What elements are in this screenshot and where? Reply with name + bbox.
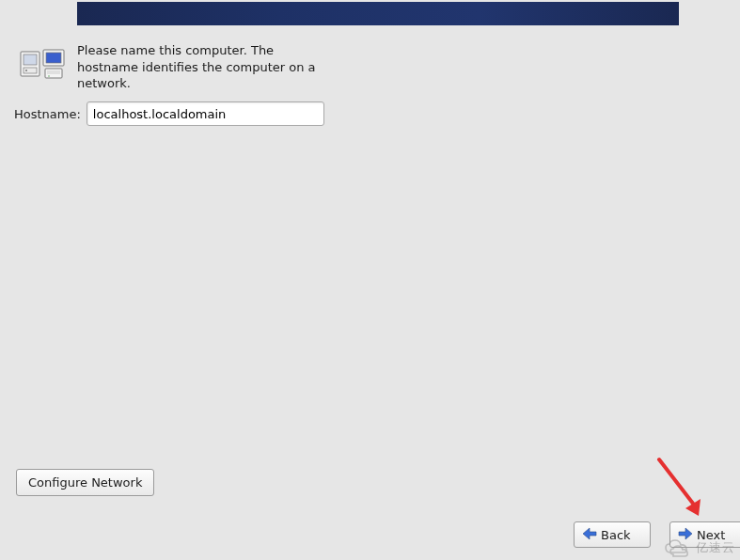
arrow-right-icon — [678, 527, 693, 543]
svg-marker-10 — [685, 499, 701, 516]
hostname-row: Hostname: — [14, 101, 324, 126]
arrow-left-icon — [582, 527, 597, 543]
hostname-label: Hostname: — [14, 107, 81, 121]
svg-rect-7 — [47, 70, 60, 74]
back-button[interactable]: Back — [574, 521, 651, 548]
header-banner — [77, 2, 679, 25]
next-button-label: Next — [697, 528, 725, 542]
svg-line-9 — [659, 459, 697, 508]
configure-network-button[interactable]: Configure Network — [16, 469, 154, 496]
next-button[interactable]: Next — [669, 521, 740, 548]
svg-rect-1 — [24, 54, 37, 65]
computers-icon — [19, 48, 68, 86]
svg-point-8 — [48, 76, 50, 78]
svg-rect-5 — [46, 53, 61, 63]
annotation-arrow — [653, 454, 710, 520]
back-button-label: Back — [601, 528, 631, 542]
intro-row: Please name this computer. The hostname … — [19, 42, 322, 92]
hostname-input[interactable] — [87, 101, 324, 126]
intro-text: Please name this computer. The hostname … — [77, 42, 322, 92]
svg-point-3 — [25, 70, 27, 71]
